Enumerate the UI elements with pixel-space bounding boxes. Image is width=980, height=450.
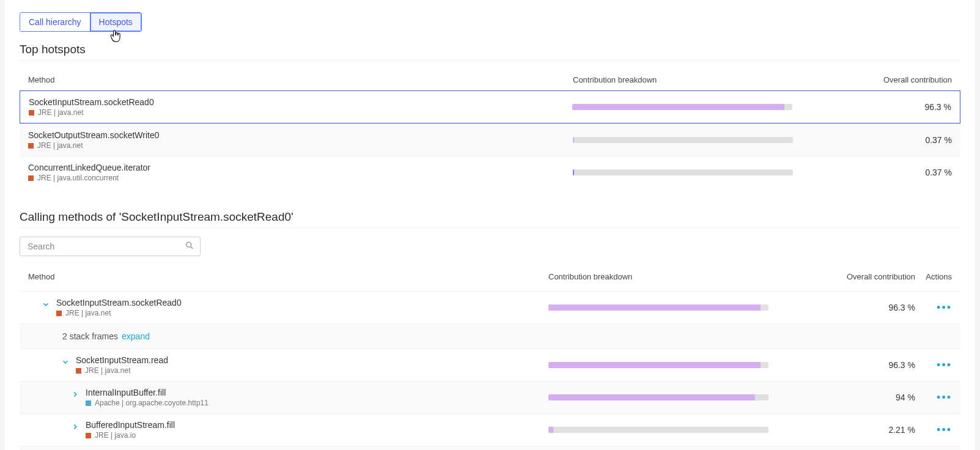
lib-color-chip	[56, 311, 62, 316]
overall-contribution: 0.37 %	[830, 135, 952, 145]
contribution-bar	[573, 169, 793, 175]
search-wrap	[20, 237, 201, 256]
calling-headers: Method Contribution breakdown Overall co…	[20, 261, 960, 287]
calling-row[interactable]: SessionInputBufferImpl.streamRead Apache…	[20, 446, 960, 450]
calling-row[interactable]: SocketInputStream.socketRead0 JRE | java…	[20, 291, 960, 323]
hdr-method: Method	[28, 75, 573, 84]
calling-row[interactable]: BufferedInputStream.fill JRE | java.io 2…	[20, 413, 960, 446]
svg-point-0	[186, 242, 191, 247]
hotspot-row[interactable]: SocketInputStream.socketRead0 JRE | java…	[20, 90, 960, 124]
calling-tree: SocketInputStream.socketRead0 JRE | java…	[20, 291, 960, 450]
hdr-overall: Overall contribution	[830, 75, 952, 84]
calling-row[interactable]: InternalInputBuffer.fill Apache | org.ap…	[20, 381, 960, 413]
method-name: SocketOutputStream.socketWrite0	[28, 130, 160, 140]
calling-row[interactable]: SocketInputStream.read JRE | java.net 96…	[20, 349, 960, 381]
hotspots-headers: Method Contribution breakdown Overall co…	[20, 64, 960, 90]
search-icon	[185, 241, 194, 253]
row-actions-menu[interactable]: •••	[937, 301, 952, 314]
method-sub: JRE | java.net	[29, 108, 154, 117]
method-name: BufferedInputStream.fill	[86, 420, 175, 430]
lib-color-chip	[86, 400, 91, 406]
search-input[interactable]	[20, 237, 201, 256]
overall-contribution: 2.21 %	[805, 425, 915, 435]
stack-frames-label: 2 stack frames	[62, 331, 118, 341]
chevron-down-icon[interactable]	[60, 356, 71, 367]
stack-frames-row: 2 stack framesexpand	[20, 323, 960, 349]
contribution-bar	[548, 394, 768, 400]
tab-hotspots[interactable]: Hotspots	[90, 13, 141, 31]
calling-methods-title: Calling methods of 'SocketInputStream.so…	[20, 210, 960, 228]
svg-line-1	[191, 246, 193, 249]
method-name: ConcurrentLinkedQueue.iterator	[28, 163, 150, 172]
lib-color-chip	[28, 143, 34, 149]
contribution-bar	[573, 137, 793, 143]
expand-link[interactable]: expand	[122, 331, 150, 341]
hotspot-row[interactable]: SocketOutputStream.socketWrite0 JRE | ja…	[20, 124, 960, 156]
method-name: InternalInputBuffer.fill	[86, 388, 208, 397]
method-name: SocketInputStream.socketRead0	[29, 97, 154, 107]
overall-contribution: 0.37 %	[830, 168, 952, 177]
hdr-method: Method	[28, 272, 548, 281]
method-sub: JRE | java.util.concurrent	[28, 174, 150, 182]
overall-contribution: 94 %	[805, 393, 915, 402]
contribution-bar	[548, 304, 768, 311]
contribution-bar	[548, 362, 768, 368]
method-name: SocketInputStream.read	[76, 355, 168, 365]
tab-call-hierarchy[interactable]: Call hierarchy	[20, 13, 90, 31]
method-name: SocketInputStream.socketRead0	[56, 298, 182, 308]
lib-color-chip	[86, 433, 91, 438]
overall-contribution: 96.3 %	[805, 360, 915, 370]
method-sub: Apache | org.apache.coyote.http11	[86, 399, 208, 407]
chevron-right-icon[interactable]	[70, 389, 81, 400]
method-sub: JRE | java.net	[76, 366, 168, 375]
method-sub: JRE | java.io	[86, 431, 175, 440]
chevron-right-icon[interactable]	[70, 421, 81, 432]
lib-color-chip	[29, 110, 34, 116]
hdr-breakdown: Contribution breakdown	[573, 75, 830, 84]
lib-color-chip	[76, 368, 81, 374]
row-actions-menu[interactable]: •••	[937, 359, 952, 371]
hdr-actions: Actions	[915, 272, 952, 281]
hdr-overall: Overall contribution	[805, 272, 915, 281]
lib-color-chip	[28, 175, 34, 181]
overall-contribution: 96.3 %	[805, 303, 915, 312]
view-tabs: Call hierarchy Hotspots	[20, 12, 142, 32]
top-hotspots-title: Top hotspots	[20, 43, 960, 61]
chevron-down-icon[interactable]	[40, 299, 51, 310]
hdr-breakdown: Contribution breakdown	[548, 272, 805, 281]
row-actions-menu[interactable]: •••	[937, 391, 952, 404]
overall-contribution: 96.3 %	[829, 102, 951, 112]
method-sub: JRE | java.net	[56, 309, 182, 317]
hotspots-table: SocketInputStream.socketRead0 JRE | java…	[20, 90, 960, 188]
contribution-bar	[548, 427, 768, 433]
row-actions-menu[interactable]: •••	[937, 424, 952, 436]
contribution-bar	[572, 104, 792, 110]
method-sub: JRE | java.net	[28, 141, 160, 150]
hotspot-row[interactable]: ConcurrentLinkedQueue.iterator JRE | jav…	[20, 156, 960, 188]
